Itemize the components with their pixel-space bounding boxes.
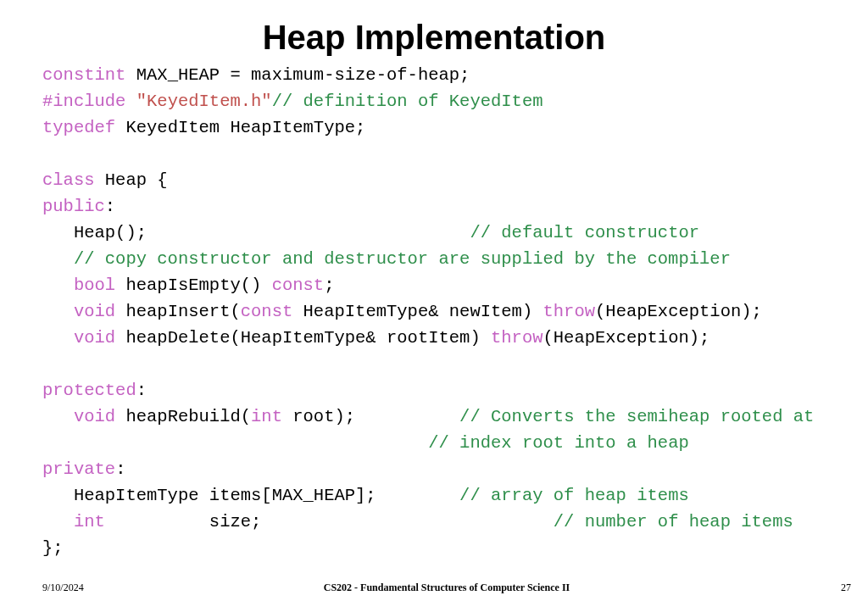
code-text: root); (282, 407, 459, 426)
keyword: throw (543, 302, 596, 321)
string-literal: "KeyedItem.h" (125, 92, 271, 111)
keyword: typedef (42, 118, 115, 137)
code-text: Heap { (95, 170, 168, 190)
keyword: #include (42, 92, 125, 111)
code-text: (HeapException); (543, 328, 710, 348)
code-text: : (136, 381, 147, 400)
code-text: heapInsert( (115, 302, 241, 321)
keyword: bool (74, 275, 115, 295)
code-text (42, 275, 74, 295)
keyword: void (74, 407, 115, 426)
keyword: protected (42, 381, 136, 400)
code-block: constint MAX_HEAP = maximum-size-of-heap… (0, 62, 868, 561)
code-text: heapRebuild( (115, 407, 251, 426)
code-text: HeapItemType& newItem) (292, 302, 542, 321)
slide-title: Heap Implementation (0, 19, 868, 57)
keyword: private (42, 459, 115, 479)
code-text: : (105, 197, 115, 216)
code-text: heapIsEmpty() (115, 275, 272, 295)
comment: // number of heap items (554, 512, 793, 531)
footer-course: CS202 - Fundamental Structures of Comput… (42, 582, 851, 594)
footer-page: 27 (841, 582, 851, 594)
code-text: (HeapException); (595, 302, 762, 321)
code-text: }; (42, 538, 64, 558)
comment: // default constructor (470, 223, 699, 242)
code-text (42, 249, 74, 269)
comment: // definition of KeyedItem (272, 92, 543, 111)
code-text: : (115, 459, 125, 479)
code-text (42, 302, 74, 321)
comment: // copy constructor and destructor are s… (74, 249, 731, 269)
code-text: KeyedItem HeapItemType; (115, 118, 365, 137)
footer: 9/10/2024 CS202 - Fundamental Structures… (42, 582, 851, 594)
comment: // Converts the semiheap rooted at (459, 407, 825, 426)
code-text: HeapItemType items[MAX_HEAP]; (42, 486, 459, 505)
slide: Heap Implementation constint MAX_HEAP = … (0, 19, 868, 601)
footer-date: 9/10/2024 (42, 582, 84, 594)
code-text: heapDelete(HeapItemType& rootItem) (115, 328, 491, 348)
keyword: constint (42, 65, 125, 85)
keyword: int (251, 407, 282, 426)
keyword: throw (491, 328, 543, 348)
code-text: Heap(); (42, 223, 470, 242)
code-text (42, 512, 74, 531)
code-text (42, 328, 74, 348)
code-text (42, 433, 428, 453)
keyword: int (74, 512, 105, 531)
keyword: class (42, 170, 95, 190)
code-text: ; (324, 275, 334, 295)
keyword: public (42, 197, 105, 216)
keyword: void (74, 328, 115, 348)
comment: // array of heap items (459, 486, 689, 505)
keyword: const (272, 275, 325, 295)
keyword: const (241, 302, 293, 321)
code-text: size; (105, 512, 554, 531)
keyword: void (74, 302, 115, 321)
comment: // index root into a heap (428, 433, 689, 453)
code-text (42, 407, 74, 426)
code-text: MAX_HEAP = maximum-size-of-heap; (125, 65, 470, 85)
